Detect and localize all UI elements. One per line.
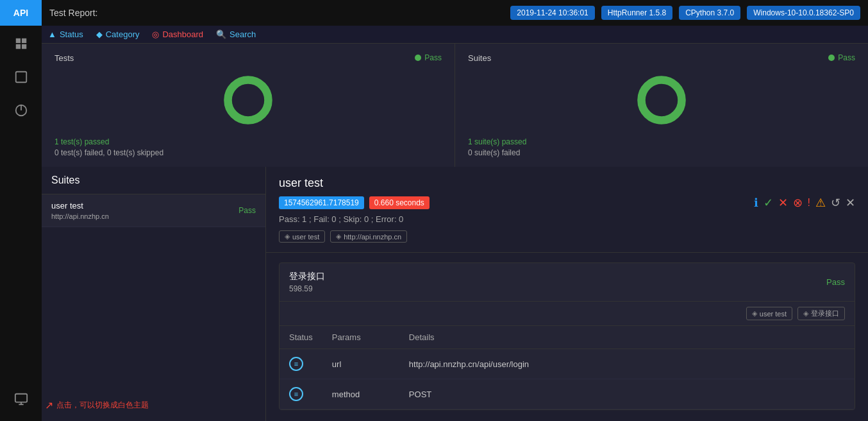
- tab-status-label: Status: [60, 30, 83, 39]
- tests-summary-card: Tests Pass 1 test(s) passed 0 test(s) fa…: [42, 44, 455, 167]
- topbar: Test Report: 2019-11-24 10:36:01 HttpRun…: [42, 0, 868, 26]
- suite-item-name: user test: [51, 201, 109, 210]
- tag-icon-1: ◈: [336, 232, 341, 241]
- tests-pass-label: Pass: [415, 53, 442, 62]
- detail-tag-label-0: user test: [292, 233, 319, 241]
- sidebar-item-grid[interactable]: [0, 28, 42, 59]
- svg-rect-1: [21, 39, 26, 43]
- suites-donut: [468, 71, 855, 129]
- row1-param: method: [322, 379, 399, 409]
- detail-tag-label-1: http://api.nnzhp.cn: [344, 233, 401, 241]
- ce-icon-0: ≡: [289, 357, 303, 371]
- warn-icon[interactable]: ⚠: [815, 196, 826, 210]
- detail-tag-1: ◈ http://api.nnzhp.cn: [330, 230, 407, 243]
- suites-summary-card: Suites Pass 1 suite(s) passed 0 suite(s)…: [455, 44, 868, 167]
- detail-time-badge: 0.660 seconds: [369, 196, 430, 209]
- cancel2-icon[interactable]: ⊗: [793, 196, 803, 210]
- detail-tags: ◈ user test ◈ http://api.nnzhp.cn: [279, 230, 855, 243]
- detail-panel[interactable]: user test 1574562961.7178519 0.660 secon…: [266, 167, 868, 421]
- tab-search-label: Search: [230, 30, 256, 39]
- suite-item-status: Pass: [238, 206, 256, 215]
- topbar-title: Test Report:: [49, 8, 97, 18]
- sidebar-item-monitor[interactable]: [0, 384, 42, 415]
- search-icon: 🔍: [216, 30, 226, 39]
- arrow-icon: ↗: [45, 399, 53, 411]
- tc-tag-label-1: 登录接口: [811, 309, 839, 318]
- test-case-id: 598.59: [289, 284, 325, 293]
- test-case-block: 登录接口 598.59 Pass ◈ user test ◈ 登录接口: [279, 262, 855, 410]
- tab-category[interactable]: ◆ Category: [96, 30, 140, 39]
- suites-pass-label: Pass: [828, 53, 855, 62]
- svg-rect-4: [15, 72, 26, 83]
- content-area: Tests Pass 1 test(s) passed 0 test(s) fa…: [42, 44, 868, 421]
- suites-card-title: Suites: [468, 53, 491, 63]
- pass-dot: [415, 55, 421, 61]
- detail-title: user test: [279, 176, 855, 190]
- svg-rect-2: [15, 44, 20, 49]
- col-status-header: Status: [280, 326, 322, 349]
- tab-status[interactable]: ▲ Status: [48, 30, 83, 39]
- status-icon: ▲: [48, 30, 56, 39]
- col-details-header: Details: [399, 326, 855, 349]
- close-icon[interactable]: ✕: [846, 196, 855, 210]
- tab-search[interactable]: 🔍 Search: [216, 30, 256, 39]
- badge-datetime: 2019-11-24 10:36:01: [510, 6, 594, 20]
- error-icon[interactable]: !: [808, 197, 810, 209]
- suites-passed-stat: 1 suite(s) passed: [468, 137, 855, 146]
- tests-card-title: Tests: [54, 53, 74, 63]
- tag-icon-0: ◈: [285, 232, 290, 241]
- tc-tag-icon-0: ◈: [752, 309, 757, 318]
- params-table: Status Params Details ≡: [280, 326, 855, 409]
- test-case-header: 登录接口 598.59 Pass: [280, 263, 855, 302]
- suite-item[interactable]: user test http://api.nnzhp.cn Pass: [42, 194, 265, 227]
- tests-stats: 1 test(s) passed 0 test(s) failed, 0 tes…: [54, 137, 442, 157]
- row0-param: url: [322, 349, 399, 379]
- table-row: ≡ url http://api.nnzhp.cn/api/user/login: [280, 349, 855, 379]
- svg-rect-0: [15, 39, 20, 43]
- col-params-header: Params: [322, 326, 399, 349]
- row1-detail: POST: [399, 379, 855, 409]
- tc-tag-label-0: user test: [760, 310, 787, 318]
- suite-item-url: http://api.nnzhp.cn: [51, 212, 109, 220]
- test-case-tags: ◈ user test ◈ 登录接口: [280, 302, 855, 326]
- row0-detail: http://api.nnzhp.cn/api/user/login: [399, 349, 855, 379]
- refresh-icon[interactable]: ↺: [831, 196, 840, 210]
- main-content: Test Report: 2019-11-24 10:36:01 HttpRun…: [42, 0, 868, 421]
- sidebar-item-power[interactable]: [0, 95, 42, 126]
- tests-failed-stat: 0 test(s) failed, 0 test(s) skipped: [54, 148, 442, 157]
- cancel-icon[interactable]: ✕: [778, 196, 788, 210]
- table-row: ≡ method POST: [280, 379, 855, 409]
- tc-tag-icon-1: ◈: [803, 309, 808, 318]
- sidebar-logo[interactable]: API: [0, 0, 42, 26]
- tests-donut: [54, 71, 442, 129]
- suites-panel-title: Suites: [42, 167, 265, 194]
- bottom-section: Suites user test http://api.nnzhp.cn Pas…: [42, 167, 868, 421]
- suites-pass-dot: [828, 55, 835, 61]
- nav-tabs: ▲ Status ◆ Category ◎ Dashboard 🔍 Search: [42, 26, 868, 44]
- suites-panel: Suites user test http://api.nnzhp.cn Pas…: [42, 167, 266, 421]
- dashboard-icon: ◎: [152, 30, 159, 39]
- category-icon: ◆: [96, 30, 103, 39]
- info-icon[interactable]: ℹ: [754, 196, 758, 210]
- svg-point-11: [228, 80, 269, 121]
- suites-failed-stat: 0 suite(s) failed: [468, 148, 855, 157]
- check-circle-icon[interactable]: ✓: [764, 196, 773, 210]
- tests-passed-stat: 1 test(s) passed: [54, 137, 442, 146]
- detail-id-badge: 1574562961.7178519: [279, 196, 364, 209]
- test-case-tag-0: ◈ user test: [746, 307, 792, 320]
- sidebar-item-tag[interactable]: [0, 62, 42, 92]
- sidebar: API: [0, 0, 42, 421]
- badge-httprunner: HttpRunner 1.5.8: [601, 6, 672, 20]
- svg-point-13: [642, 80, 682, 121]
- summary-row: Tests Pass 1 test(s) passed 0 test(s) fa…: [42, 44, 868, 167]
- svg-rect-7: [15, 394, 26, 402]
- action-icons: ℹ ✓ ✕ ⊗ ! ⚠ ↺ ✕: [754, 196, 855, 210]
- hint-text: 点击，可以切换成白色主题: [56, 400, 149, 411]
- row0-status: ≡: [280, 349, 322, 379]
- svg-rect-3: [21, 44, 26, 49]
- tab-dashboard[interactable]: ◎ Dashboard: [152, 30, 203, 39]
- badge-os: Windows-10-10.0.18362-SP0: [747, 6, 860, 20]
- test-case-name: 登录接口: [289, 271, 325, 282]
- detail-header: user test 1574562961.7178519 0.660 secon…: [266, 167, 868, 253]
- row1-status: ≡: [280, 379, 322, 409]
